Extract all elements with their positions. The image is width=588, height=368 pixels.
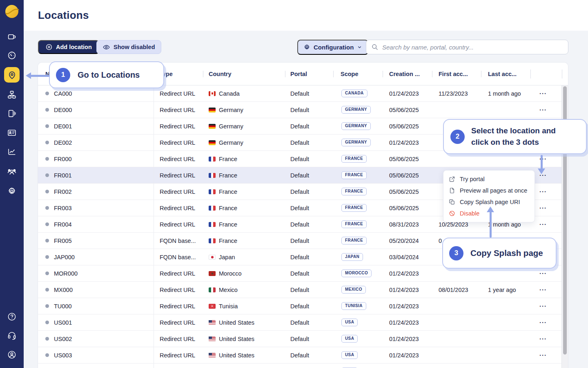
column-header-first-access[interactable]: First acc... xyxy=(432,71,481,77)
show-disabled-label: Show disabled xyxy=(114,44,155,50)
location-portal: Default xyxy=(285,221,333,228)
row-actions-button[interactable]: ··· xyxy=(539,204,547,211)
location-portal: Default xyxy=(285,188,333,195)
table-row[interactable]: USA xyxy=(38,364,562,368)
creation-date: 05/06/2025 xyxy=(383,188,432,195)
menu-item-label: Copy Splash page URI xyxy=(460,199,520,205)
menu-item-label: Disable xyxy=(460,210,479,217)
scope-badge: FRANCE xyxy=(341,204,367,212)
country-flag-icon xyxy=(209,124,216,129)
location-type: Redirect URL xyxy=(154,151,203,167)
line-chart-icon[interactable] xyxy=(7,147,17,157)
scope-badge: USA xyxy=(341,319,358,327)
page-icon xyxy=(449,187,455,194)
table-row[interactable]: TU000 Redirect URL Tunisia Default TUNIS… xyxy=(38,298,562,314)
gear-icon[interactable] xyxy=(7,186,17,196)
location-portal: Default xyxy=(285,319,333,326)
search-box xyxy=(366,40,568,54)
status-dot xyxy=(45,304,49,308)
column-header-creation[interactable]: Creation ... xyxy=(383,71,432,77)
location-name: FR003 xyxy=(54,205,72,211)
table-row[interactable]: MX000 Redirect URL Mexico Default MEXICO… xyxy=(38,282,562,298)
column-header-scope[interactable]: Scope xyxy=(333,71,383,77)
creation-date: 01/24/2023 xyxy=(383,287,432,293)
location-portal: Default xyxy=(285,107,333,113)
add-location-button[interactable]: Add location xyxy=(38,40,99,54)
contact-card-icon[interactable] xyxy=(7,128,17,137)
column-header-country[interactable]: Country xyxy=(203,71,285,77)
location-portal: Default xyxy=(285,352,333,359)
creation-date: 03/04/2024 xyxy=(383,254,432,260)
status-dot xyxy=(45,239,49,242)
row-actions-button[interactable]: ··· xyxy=(539,188,547,195)
sidebar-item-locations[interactable] xyxy=(4,67,20,83)
menu-item-preview-all-pages[interactable]: Preview all pages at once xyxy=(443,185,535,196)
headset-icon[interactable] xyxy=(7,331,17,340)
dashboard-gauge-icon[interactable] xyxy=(7,51,17,60)
row-actions-button[interactable]: ··· xyxy=(539,335,547,342)
country-name: France xyxy=(219,188,237,195)
country-flag-icon xyxy=(209,173,216,178)
creation-date: 01/24/2023 xyxy=(383,303,432,310)
coffee-cup-icon[interactable] xyxy=(7,32,17,41)
country-flag-icon xyxy=(209,287,216,292)
menu-item-copy-splash-uri[interactable]: Copy Splash page URI xyxy=(443,196,535,208)
country-name: Germany xyxy=(219,123,243,130)
table-row[interactable]: US003 Redirect URL United States Default… xyxy=(38,347,562,364)
creation-date: 01/24/2023 xyxy=(383,90,432,97)
status-dot xyxy=(45,255,49,259)
creation-date: 05/06/2025 xyxy=(383,205,432,211)
country-flag-icon xyxy=(209,157,216,162)
table-row[interactable]: DE000 Redirect URL Germany Default GERMA… xyxy=(38,102,562,118)
users-icon[interactable] xyxy=(7,167,17,176)
row-actions-button[interactable]: ··· xyxy=(539,270,547,277)
location-portal: Default xyxy=(285,270,333,277)
row-actions-button[interactable]: ··· xyxy=(539,352,547,359)
location-portal: Default xyxy=(285,90,333,97)
creation-date: 01/24/2023 xyxy=(383,336,432,342)
country-name: France xyxy=(219,156,237,162)
account-icon[interactable] xyxy=(7,350,17,359)
sitemap-icon[interactable] xyxy=(7,90,17,99)
row-context-menu: Try portal Preview all pages at once Cop… xyxy=(443,170,535,222)
scope-badge: FRANCE xyxy=(341,237,367,245)
devices-icon[interactable] xyxy=(7,109,17,118)
row-actions-button[interactable]: ··· xyxy=(539,319,547,326)
row-actions-button[interactable]: ··· xyxy=(539,221,547,228)
creation-date: 01/24/2023 xyxy=(383,352,432,359)
creation-date: 05/20/2024 xyxy=(383,238,432,244)
row-actions-button[interactable]: ··· xyxy=(539,90,547,97)
menu-item-try-portal[interactable]: Try portal xyxy=(443,173,535,185)
location-name: US003 xyxy=(54,352,72,359)
location-name: CA000 xyxy=(54,90,72,97)
column-header-last-access[interactable]: Last acc... xyxy=(481,71,530,77)
country-name: United States xyxy=(219,352,254,359)
creation-date: 08/31/2023 xyxy=(383,221,432,228)
callout-number-badge: 3 xyxy=(449,246,463,260)
table-row[interactable]: US001 Redirect URL United States Default… xyxy=(38,314,562,331)
country-flag-icon xyxy=(209,320,216,325)
row-actions-button[interactable]: ··· xyxy=(539,286,547,293)
country-name: United States xyxy=(219,336,254,342)
help-icon[interactable] xyxy=(7,312,17,321)
creation-date: 05/06/2025 xyxy=(383,123,432,130)
location-type: Redirect URL xyxy=(154,118,203,134)
configuration-button[interactable]: Configuration xyxy=(297,40,368,55)
search-input[interactable] xyxy=(382,44,563,51)
location-type: Redirect URL xyxy=(154,265,203,281)
column-header-portal[interactable]: Portal xyxy=(285,71,333,77)
location-type: Redirect URL xyxy=(154,347,203,363)
creation-date: 01/24/2023 xyxy=(383,139,432,146)
row-actions-button[interactable]: ··· xyxy=(539,303,547,310)
scope-badge: GERMANY xyxy=(341,106,371,114)
creation-date: 01/24/2023 xyxy=(383,319,432,326)
status-dot xyxy=(45,321,49,324)
country-name: Morocco xyxy=(219,270,242,277)
chevron-down-icon xyxy=(357,45,362,50)
show-disabled-button[interactable]: Show disabled xyxy=(96,40,161,54)
country-flag-icon xyxy=(209,189,216,194)
first-access: 11/23/2023 xyxy=(432,90,481,97)
table-row[interactable]: US002 Redirect URL United States Default… xyxy=(38,331,562,347)
row-actions-button[interactable]: ··· xyxy=(539,106,547,113)
country-flag-icon xyxy=(209,91,216,96)
